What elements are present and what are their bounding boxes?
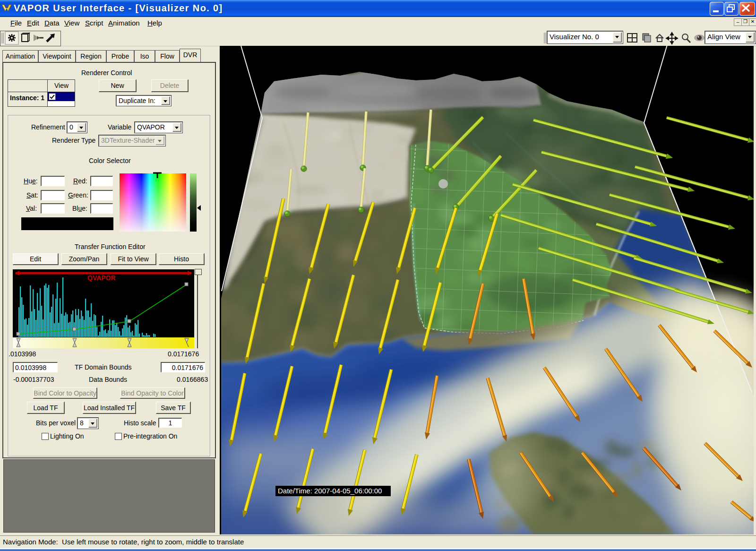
svg-text:QVAPOR: QVAPOR [87, 274, 116, 282]
svg-text:Date/Time: 2007-04-05_06:00:00: Date/Time: 2007-04-05_06:00:00 [278, 487, 382, 495]
